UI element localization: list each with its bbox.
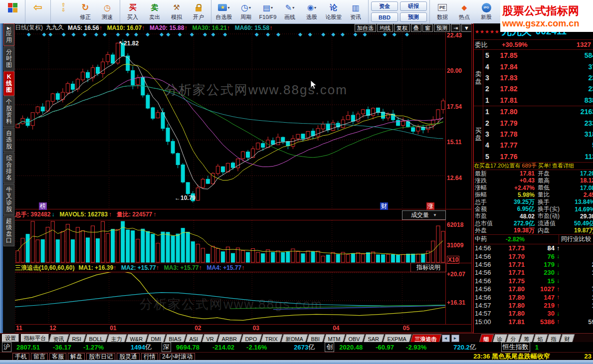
volume-header: 总手: 392482 ↓ MAVOL5: 162783 ↑ 量比: 224577… <box>15 209 444 219</box>
toolbar-button-BBD[interactable]: BBD <box>371 12 398 22</box>
toolbar-button-up-down-arrows[interactable]: ⇧⇩ <box>52 0 74 23</box>
toolbar-button-模拟[interactable]: ⚒模拟 <box>166 0 188 23</box>
toolbar-button-自选股[interactable]: ★▾自选股 <box>213 0 235 23</box>
bottom-button-股灵通[interactable]: 股灵通 <box>117 353 140 361</box>
sidebar-item-综合排名[interactable]: 综合排名 <box>3 153 14 183</box>
bottom-button-24小时滚动[interactable]: 24小时滚动 <box>160 353 195 361</box>
kline-button-窗[interactable]: 窗 <box>422 24 433 32</box>
bottom-button-解盘[interactable]: 解盘 <box>68 353 85 361</box>
toolbar-button-开户[interactable]: 开户 <box>188 0 209 23</box>
kline-button-预测[interactable]: 预测 <box>434 24 450 32</box>
toolbar-button-卖出[interactable]: 卖卖出 <box>144 0 166 23</box>
toolbar-button-买入[interactable]: 买买入 <box>122 0 144 23</box>
index-quote-深[interactable]: 深9694.78-214.02-2.16%2673亿 <box>162 342 325 352</box>
indicator-help-button[interactable]: 指标说明 <box>410 263 446 272</box>
toolbar-group: 买买入卖卖出⚒模拟开户 <box>120 0 211 23</box>
sidebar-item-分时图[interactable]: 分时图 <box>3 46 14 71</box>
kline-button-均线[interactable]: 均线 <box>377 24 393 32</box>
panel-tab-财[interactable]: 财 <box>560 334 575 343</box>
indicator-tab-OBV[interactable]: OBV <box>344 334 365 343</box>
volume-chart[interactable] <box>15 220 445 263</box>
index-quote-恒生指数[interactable]: 恒生指数1 <box>501 342 552 352</box>
tab-scroll-right-icon[interactable]: ► <box>451 335 459 342</box>
toolbar-button-资金[interactable]: 资金 <box>371 1 398 11</box>
tab-设置[interactable]: 设置 <box>2 334 19 342</box>
toolbar-button-热点[interactable]: ◆热点 <box>453 0 475 23</box>
panel-tab-焰[interactable]: 焰 <box>533 334 548 343</box>
toolbar-button-研报[interactable]: 研报 <box>400 1 427 11</box>
toolbar-button-修正[interactable]: ↻修正 <box>74 0 96 23</box>
sidebar-item-应用[interactable]: ▶|应用 <box>3 23 14 46</box>
diamond-marker-icon: ◆ <box>341 31 345 37</box>
toolbar-button-资讯[interactable]: ▥资讯 <box>345 0 367 23</box>
indicator-tab-W&R[interactable]: W&R <box>126 334 148 343</box>
toolbar-button-预测[interactable]: 预测 <box>400 12 427 22</box>
indicator-tab-TRIX[interactable]: TRIX <box>260 334 282 343</box>
sidebar-item-K线图[interactable]: K线图 <box>3 71 14 96</box>
sidebar-item-自选股[interactable]: 自选股 <box>3 128 14 152</box>
panel-tab-筹[interactable]: 筹 <box>519 334 534 343</box>
indicator-tab-RSI[interactable]: RSI <box>68 334 86 343</box>
buy-label: 买盘 <box>475 127 482 142</box>
toolbar-button-window-tiles[interactable] <box>1 0 23 23</box>
kline-chart[interactable] <box>15 32 445 209</box>
chevron-down-icon[interactable]: ▼ <box>461 24 472 32</box>
panel-tab-细[interactable]: 细 <box>479 334 494 343</box>
indicator-tab-新DMA[interactable]: 新DMA <box>281 334 308 343</box>
indicator-tab-SAR[interactable]: SAR <box>364 334 384 343</box>
indicator-tab-DPO[interactable]: DPO <box>241 334 262 343</box>
toolbar-button-测速[interactable]: ◷测速 <box>96 0 118 23</box>
indicator-tab-MTM[interactable]: MTM <box>324 334 346 343</box>
industry-compare-button[interactable]: 同行业比较 <box>559 235 593 244</box>
indicator-tab-BOLL[interactable]: BOLL <box>85 334 108 343</box>
toolbar-button-画线[interactable]: ✎▾画线 <box>279 0 301 23</box>
kline-button-加自选[interactable]: 加自选 <box>355 24 376 32</box>
bottom-button-客服[interactable]: 客服 <box>49 353 66 361</box>
level-number: 2 <box>483 85 491 93</box>
collapse-panel-button[interactable]: ⇥ <box>451 24 460 32</box>
indicator-tab-DMI[interactable]: DMI <box>147 334 166 343</box>
view-detail-link[interactable]: 买单! 查看详细 <box>538 163 574 170</box>
back-arrow: ⇦ <box>33 1 42 14</box>
kline-button-复权[interactable]: 复权 <box>394 24 410 32</box>
badge-涨[interactable]: 涨 <box>426 202 434 210</box>
volume-type-dropdown[interactable]: 成交量 ▼ <box>402 210 446 220</box>
toolbar-button-数据[interactable]: PE数据 <box>431 0 453 23</box>
indicator-tab-EXPMA[interactable]: EXPMA <box>383 334 411 343</box>
toolbar-button-论股堂[interactable]: 论论股堂 <box>323 0 345 23</box>
tab-scroll-left-icon[interactable]: ◄ <box>442 335 450 342</box>
toolbar-button-新股[interactable]: IPO新股 <box>475 0 497 23</box>
indicator-tab-三浪追击[interactable]: 三浪追击 <box>410 334 441 343</box>
indicator-tab-BBI[interactable]: BBI <box>307 334 325 343</box>
badge-榜[interactable]: 榜 <box>39 202 47 210</box>
sidebar-item-个股资料[interactable]: 个股资料 <box>3 96 14 127</box>
bottom-button-留言[interactable]: 留言 <box>31 353 48 361</box>
bottom-button-股市日记[interactable]: 股市日记 <box>86 353 115 361</box>
sidebar-item-牛叉诊股[interactable]: 牛叉诊股 <box>3 184 14 215</box>
toolbar-button-back-arrow[interactable]: ⇦ <box>27 0 49 23</box>
bottom-button-行情[interactable]: 行情 <box>141 353 158 361</box>
sidebar-item-超级盘口[interactable]: 超级盘口 <box>3 215 14 246</box>
indicator-tab-ASI[interactable]: ASI <box>185 334 203 343</box>
panel-tab-分[interactable]: 分 <box>506 334 521 343</box>
indicator-tab-ARBR[interactable]: ARBR <box>217 334 242 343</box>
badge-财[interactable]: 财 <box>380 202 388 210</box>
indicator-tab-VR[interactable]: VR <box>202 334 219 343</box>
index-quote-沪[interactable]: 沪2807.51-36.17-1.27%1494亿 <box>2 342 162 352</box>
toolbar-button-选股[interactable]: ◉▾选股 <box>301 0 323 23</box>
toolbar-button-F10/F9[interactable]: ▤▾F10/F9 <box>257 0 279 23</box>
bottom-button-手机[interactable]: 手机 <box>12 353 29 361</box>
toolbar-label: F10/F9 <box>259 13 277 20</box>
indicator-tab-主力[interactable]: 主力 <box>107 334 127 343</box>
tab-指标平台[interactable]: 指标平台 <box>21 334 49 342</box>
stat-value: 2.45 <box>569 191 593 198</box>
toolbar-button-周期[interactable]: ◷▾周期 <box>235 0 257 23</box>
indicator-tab-资讯[interactable]: 资讯 <box>49 334 69 343</box>
index-quote-创[interactable]: 创2020.48-60.97-2.93%720.2亿 <box>325 342 486 352</box>
indicator-tab-BIAS[interactable]: BIAS <box>165 334 187 343</box>
panel-tab-指[interactable]: 指 <box>546 334 561 343</box>
kline-button-叠[interactable]: 叠 <box>411 24 421 32</box>
panel-tab-诊[interactable]: 诊 <box>492 334 507 343</box>
orderbook-row: 517.85584 <box>483 50 593 61</box>
up-arrow-icon: ↑ <box>555 318 562 325</box>
